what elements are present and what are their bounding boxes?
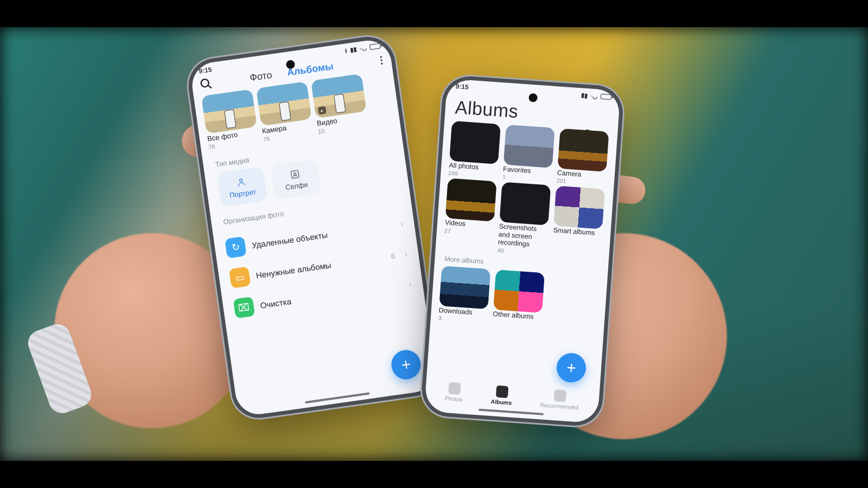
search-icon[interactable] <box>199 76 213 91</box>
album-videos[interactable]: Videos 27 <box>443 178 498 253</box>
fab-new-album[interactable]: + <box>556 352 587 383</box>
nav-label: Albums <box>490 398 512 406</box>
svg-rect-3 <box>291 170 299 178</box>
albums-grid: All photos 249 Favorites 1 Camera 201 Vi… <box>436 119 618 261</box>
album-screenshots[interactable]: Screenshots and screen recordings 40 <box>497 182 552 256</box>
album-label: Screenshots and screen recordings <box>497 223 549 249</box>
nav-albums[interactable]: Albums <box>490 385 513 406</box>
svg-line-1 <box>208 85 212 89</box>
status-time: 9:15 <box>455 82 469 91</box>
phone-right: 9:15 ▮▮ ◦◡ Albums ⋮ All photos 249 <box>424 79 621 423</box>
nav-label: Photos <box>444 395 462 402</box>
albums-icon <box>496 386 508 398</box>
album-all-photos[interactable]: All photos 249 <box>448 121 502 180</box>
status-time: 9:15 <box>199 66 213 75</box>
fab-new-album[interactable]: + <box>390 348 423 381</box>
album-favorites[interactable]: Favorites 1 <box>502 125 556 184</box>
chip-label: Селфи <box>285 180 308 191</box>
video-badge-icon: ▸ <box>318 106 327 115</box>
trash-restore-icon: ↻ <box>225 236 247 259</box>
battery-icon <box>601 94 612 100</box>
album-all-photos[interactable]: Все фото 76 <box>201 89 259 150</box>
album-thumb <box>493 269 545 313</box>
cleanup-icon: ⌧ <box>233 297 256 319</box>
chevron-right-icon: › <box>404 249 409 259</box>
plus-icon: + <box>400 355 412 375</box>
letterbox-top <box>0 0 868 27</box>
album-video[interactable]: ▸ Видео 10 <box>311 74 369 135</box>
album-thumb <box>558 129 609 172</box>
plus-icon: + <box>566 358 577 377</box>
album-thumb <box>499 182 551 226</box>
chip-selfie[interactable]: Селфи <box>270 159 321 200</box>
tab-photos[interactable]: Фото <box>249 69 273 84</box>
photos-icon <box>448 382 461 395</box>
chip-portrait[interactable]: Портрет <box>216 166 267 207</box>
signal-icon: ▮▮ <box>350 46 358 54</box>
album-thumb <box>201 89 257 133</box>
svg-point-4 <box>293 172 296 175</box>
recommended-icon <box>554 389 566 402</box>
album-thumb <box>439 266 490 309</box>
nav-recommended[interactable]: Recommended <box>540 389 580 411</box>
album-other[interactable]: Other albums <box>492 269 546 329</box>
wifi-icon: ◦◡ <box>590 92 598 100</box>
album-thumb: ▸ <box>311 74 367 118</box>
more-albums-grid: Downloads 3 Other albums <box>431 264 608 332</box>
letterbox-bottom <box>0 461 868 488</box>
nav-photos[interactable]: Photos <box>444 382 463 402</box>
photo-stage: 9:15 ᚼ ▮▮ ◦◡ Фото Альбомы ⋮ Все фото 76 <box>0 27 868 461</box>
chevron-right-icon: › <box>408 279 412 290</box>
album-camera[interactable]: Камера 76 <box>256 81 314 143</box>
gesture-bar <box>305 392 369 403</box>
bt-icon: ᚼ <box>343 47 348 54</box>
album-downloads[interactable]: Downloads 3 <box>438 266 492 325</box>
more-icon[interactable]: ⋮ <box>375 54 385 67</box>
album-thumb <box>256 81 312 126</box>
album-thumb <box>449 121 501 164</box>
signal-icon: ▮▮ <box>581 92 588 99</box>
album-smart[interactable]: Smart albums <box>551 186 606 260</box>
albums-icon: ▭ <box>229 266 251 288</box>
chevron-right-icon: › <box>400 219 404 229</box>
battery-icon <box>369 43 381 50</box>
svg-point-2 <box>239 178 242 182</box>
album-camera[interactable]: Camera 201 <box>557 129 610 188</box>
org-count: 6 <box>391 252 395 260</box>
album-thumb <box>503 125 555 168</box>
album-thumb <box>445 178 497 222</box>
wifi-icon: ◦◡ <box>359 44 368 52</box>
status-icons: ▮▮ ◦◡ <box>581 92 612 101</box>
chip-label: Портрет <box>229 188 257 200</box>
nav-label: Recommended <box>540 401 579 410</box>
selfie-icon <box>289 168 301 181</box>
portrait-icon <box>235 176 247 188</box>
album-thumb <box>553 186 605 229</box>
